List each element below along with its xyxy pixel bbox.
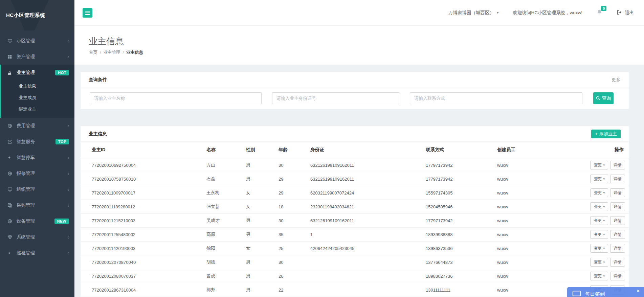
- change-dropdown-button[interactable]: 变更▾: [590, 272, 608, 280]
- breadcrumb-owner-mgmt[interactable]: 业主管理: [103, 50, 120, 55]
- sidebar-item-label: 巡检管理: [17, 250, 35, 256]
- owner-idcard-input[interactable]: [272, 92, 399, 104]
- close-icon[interactable]: ×: [637, 288, 640, 293]
- globe-icon: [7, 219, 13, 224]
- add-owner-button[interactable]: + 添加业主: [591, 130, 621, 138]
- cell-owner-id: 772020011255480002: [92, 232, 135, 237]
- table-body: 772020010692750004方山男3063212619910916201…: [81, 158, 629, 297]
- cell-phone: 15204505946: [426, 204, 453, 209]
- sidebar-item-label: 智慧停车: [17, 155, 35, 161]
- cell-gender: 男: [246, 273, 250, 279]
- sidebar-item-badge: TOP: [55, 139, 69, 144]
- detail-button[interactable]: 详情: [610, 258, 625, 267]
- owner-phone-input[interactable]: [410, 92, 582, 104]
- cell-gender: 男: [246, 259, 250, 265]
- logout-button[interactable]: 退出: [617, 10, 634, 16]
- globe-icon: [7, 123, 13, 129]
- notifications-button[interactable]: 0: [597, 9, 602, 16]
- sidebar-item-11[interactable]: 巡检管理‹: [0, 245, 74, 261]
- sidebar-item-6[interactable]: 报修管理‹: [0, 165, 74, 181]
- owners-panel: 业主信息 + 添加业主 业主ID 名称 性别 年龄 身份证 联系方式 创建员工 …: [81, 126, 629, 297]
- detail-button[interactable]: 详情: [610, 161, 625, 169]
- cell-age: 30: [279, 163, 283, 168]
- sidebar-item-2[interactable]: 业主管理HOT: [1, 65, 74, 81]
- cell-idcard: 420642424205423045: [310, 246, 354, 251]
- sidebar-subitem-2-1[interactable]: 业主成员: [1, 92, 74, 104]
- search-icon: [596, 96, 600, 100]
- chevron-left-icon: ‹: [67, 123, 69, 128]
- cell-gender: 男: [246, 162, 250, 168]
- sidebar-item-3[interactable]: 费用管理‹: [0, 118, 74, 134]
- cell-actions: 变更▾详情: [590, 244, 625, 253]
- cell-name: 郭邦: [206, 287, 215, 293]
- more-link[interactable]: 更多: [612, 77, 621, 83]
- change-dropdown-button[interactable]: 变更▾: [590, 161, 608, 169]
- cell-idcard: 632126199109162011: [310, 177, 354, 182]
- breadcrumb-current: 业主信息: [126, 50, 143, 55]
- monitor-icon: [7, 38, 13, 44]
- change-dropdown-button[interactable]: 变更▾: [590, 230, 608, 239]
- sidebar-item-8[interactable]: 采购管理‹: [0, 197, 74, 213]
- toast-label: 每日签到: [585, 291, 605, 297]
- cell-age: 30: [279, 218, 283, 223]
- cell-creator: wuxw: [497, 260, 508, 265]
- change-dropdown-button[interactable]: 变更▾: [590, 188, 608, 197]
- page-header: 业主信息 首页 / 业主管理 / 业主信息: [74, 26, 644, 65]
- detail-button[interactable]: 详情: [610, 188, 625, 197]
- cell-gender: 女: [246, 204, 250, 210]
- cell-name: 张立新: [206, 204, 220, 210]
- sidebar-item-0[interactable]: 小区管理‹: [0, 33, 74, 49]
- table-row: 772020012867310004郭邦男2213011111111wuxw变更…: [81, 283, 629, 297]
- bolt-icon: [7, 155, 13, 160]
- sidebar-item-badge: HOT: [55, 70, 69, 75]
- sidebar-subitem-2-0[interactable]: 业主信息: [1, 81, 74, 92]
- change-dropdown-button[interactable]: 变更▾: [590, 244, 608, 253]
- cell-actions: 变更▾详情: [590, 202, 625, 211]
- sidebar-item-9[interactable]: 设备管理NEW: [0, 213, 74, 229]
- community-selector[interactable]: 万博家博园（城西区） ▾: [448, 10, 499, 16]
- bolt-icon: [7, 250, 13, 256]
- chevron-down-icon: ▾: [603, 247, 605, 250]
- detail-button[interactable]: 详情: [610, 175, 625, 183]
- sidebar-item-10[interactable]: 系统管理‹: [0, 229, 74, 245]
- sidebar-item-5[interactable]: 智慧停车‹: [0, 150, 74, 165]
- search-panel: 查询条件 更多 查询: [81, 72, 629, 109]
- detail-button[interactable]: 详情: [610, 216, 625, 225]
- detail-button[interactable]: 详情: [610, 272, 625, 280]
- detail-button[interactable]: 详情: [610, 230, 625, 239]
- cell-age: 18: [279, 204, 283, 209]
- cell-age: 22: [279, 288, 283, 293]
- table-row: 772020011420190003徐阳女2542064242420542304…: [81, 242, 629, 255]
- cell-idcard: 232301198402034621: [310, 204, 354, 209]
- cell-creator: wuxw: [497, 246, 508, 251]
- change-dropdown-button[interactable]: 变更▾: [590, 175, 608, 183]
- cell-name: 王永梅: [206, 190, 220, 196]
- cell-creator: wuxw: [497, 288, 508, 293]
- sidebar-item-7[interactable]: 组织管理‹: [0, 181, 74, 197]
- logout-icon: [617, 10, 622, 16]
- detail-button[interactable]: 详情: [610, 244, 625, 253]
- navbar-right: 万博家博园（城西区） ▾ 欢迎访问HC小区管理系统，wuxw! 0 退出: [448, 9, 644, 16]
- cell-creator: wuxw: [497, 204, 508, 209]
- change-dropdown-button[interactable]: 变更▾: [590, 216, 608, 225]
- sidebar-item-4[interactable]: 智慧服务TOP: [0, 134, 74, 150]
- cell-owner-id: 772020011215210003: [92, 218, 135, 223]
- breadcrumb-home[interactable]: 首页: [89, 50, 97, 55]
- gem-icon: [7, 234, 13, 240]
- cell-phone: 18939938888: [426, 232, 453, 237]
- table-row: 772020011009700017王永梅女296203211990070724…: [81, 186, 629, 200]
- change-dropdown-button[interactable]: 变更▾: [590, 258, 608, 267]
- cell-actions: 变更▾详情: [590, 230, 625, 239]
- change-dropdown-button[interactable]: 变更▾: [590, 202, 608, 211]
- detail-button[interactable]: 详情: [610, 202, 625, 211]
- sidebar-subitem-2-2[interactable]: 绑定业主: [1, 104, 74, 115]
- query-button[interactable]: 查询: [593, 92, 614, 104]
- app-logo: HC小区管理系统: [0, 0, 74, 30]
- table-row: 772020010692750004方山男3063212619910916201…: [81, 158, 629, 172]
- sidebar-toggle-button[interactable]: [83, 8, 92, 18]
- owner-name-input[interactable]: [90, 92, 262, 104]
- sidebar-item-1[interactable]: 资产管理‹: [0, 49, 74, 65]
- sidebar-item-label: 采购管理: [17, 202, 35, 208]
- chevron-left-icon: ‹: [67, 38, 69, 43]
- globe-icon: [7, 171, 13, 176]
